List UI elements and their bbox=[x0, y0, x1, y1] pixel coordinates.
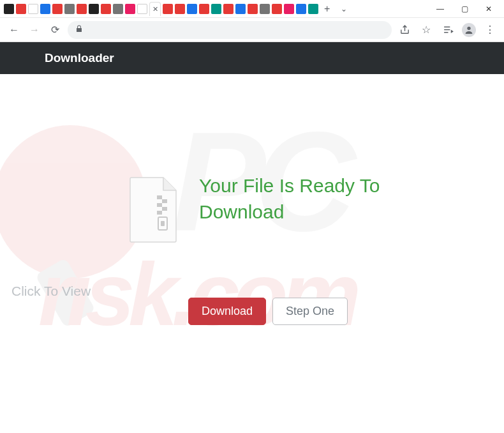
reading-list-icon[interactable] bbox=[440, 22, 456, 38]
tab-favicon[interactable] bbox=[211, 4, 221, 14]
svg-rect-7 bbox=[161, 221, 165, 226]
svg-rect-5 bbox=[157, 211, 162, 215]
tab-favicon[interactable] bbox=[4, 4, 14, 14]
window-controls: — ▢ ✕ bbox=[429, 1, 500, 17]
tab-favicon[interactable] bbox=[163, 4, 173, 14]
reload-button[interactable]: ⟳ bbox=[47, 22, 63, 38]
step-one-button[interactable]: Step One bbox=[272, 298, 348, 325]
svg-rect-1 bbox=[157, 195, 162, 199]
tab-favicon[interactable] bbox=[235, 4, 246, 14]
forward-button[interactable]: → bbox=[27, 22, 42, 38]
tab-favicon[interactable] bbox=[16, 4, 26, 14]
watermark-overlay-text: Click To View bbox=[11, 284, 91, 299]
new-tab-button[interactable]: + bbox=[320, 3, 334, 15]
menu-button[interactable]: ⋮ bbox=[482, 22, 498, 38]
tab-favicon[interactable] bbox=[125, 4, 135, 14]
tab-favicon[interactable] bbox=[260, 4, 270, 14]
back-button[interactable]: ← bbox=[6, 22, 22, 38]
tab-favicon[interactable] bbox=[284, 4, 294, 14]
page-header: Downloader bbox=[0, 42, 504, 74]
tab-favicon[interactable] bbox=[187, 4, 197, 14]
share-icon[interactable] bbox=[397, 22, 412, 38]
tab-favicon[interactable] bbox=[223, 4, 233, 14]
lock-icon bbox=[75, 25, 83, 34]
tab-favicon[interactable] bbox=[199, 4, 209, 14]
svg-rect-4 bbox=[162, 207, 167, 211]
tab-favicon[interactable] bbox=[296, 4, 306, 14]
tab-favicon[interactable] bbox=[175, 4, 185, 14]
tab-favicon[interactable] bbox=[101, 4, 111, 14]
browser-toolbar: ← → ⟳ ☆ ⋮ bbox=[0, 18, 504, 42]
tab-favicon[interactable] bbox=[28, 4, 38, 14]
minimize-button[interactable]: — bbox=[429, 1, 452, 17]
tab-favicon[interactable] bbox=[64, 4, 75, 14]
address-bar[interactable] bbox=[68, 21, 392, 39]
tab-favicon[interactable] bbox=[248, 4, 258, 14]
tab-favicon[interactable] bbox=[137, 4, 147, 14]
download-button[interactable]: Download bbox=[188, 298, 266, 325]
tab-favicon[interactable] bbox=[40, 4, 50, 14]
tab-favicon[interactable] bbox=[272, 4, 282, 14]
button-row: Download Step One bbox=[188, 298, 348, 325]
tab-favicon[interactable] bbox=[308, 4, 318, 14]
tab-favicon[interactable] bbox=[77, 4, 87, 14]
active-tab[interactable]: ✕ bbox=[149, 2, 161, 16]
svg-rect-2 bbox=[162, 199, 167, 203]
browser-titlebar: ✕ + ⌄ — ▢ ✕ bbox=[0, 0, 504, 18]
tab-overflow-chevron-icon[interactable]: ⌄ bbox=[341, 4, 347, 13]
tab-favicon[interactable] bbox=[89, 4, 99, 14]
bookmark-star-icon[interactable]: ☆ bbox=[419, 22, 434, 38]
profile-avatar[interactable] bbox=[462, 23, 476, 37]
close-window-button[interactable]: ✕ bbox=[477, 1, 500, 17]
svg-point-0 bbox=[467, 26, 470, 29]
tab-favicon[interactable] bbox=[52, 4, 63, 14]
file-zip-icon bbox=[128, 176, 180, 243]
tab-favicon[interactable] bbox=[113, 4, 123, 14]
main-content: Your File Is Ready To Download bbox=[0, 74, 504, 243]
page-title: Downloader bbox=[45, 51, 114, 65]
page-content: Downloader PC risk.com Click To View bbox=[0, 42, 504, 433]
svg-rect-3 bbox=[157, 203, 162, 207]
maximize-button[interactable]: ▢ bbox=[453, 1, 476, 17]
headline: Your File Is Ready To Download bbox=[199, 173, 416, 225]
